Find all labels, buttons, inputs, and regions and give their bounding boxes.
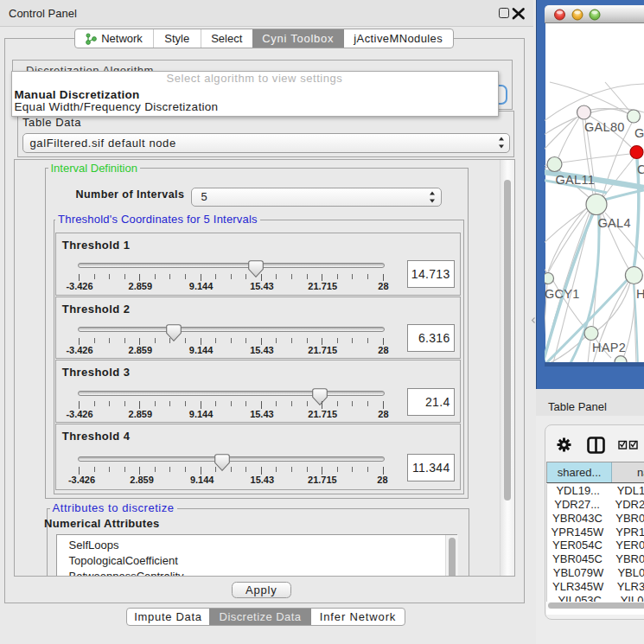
svg-text:GCY1: GCY1 [545,287,580,301]
svg-text:GAL4: GAL4 [598,216,631,230]
svg-text:C: C [637,163,644,176]
svg-text:GAL80: GAL80 [584,120,625,134]
svg-text:GA: GA [634,126,644,140]
svg-text:H: H [636,287,644,301]
svg-text:GAL11: GAL11 [556,173,596,187]
svg-text:HAP2: HAP2 [592,341,626,354]
